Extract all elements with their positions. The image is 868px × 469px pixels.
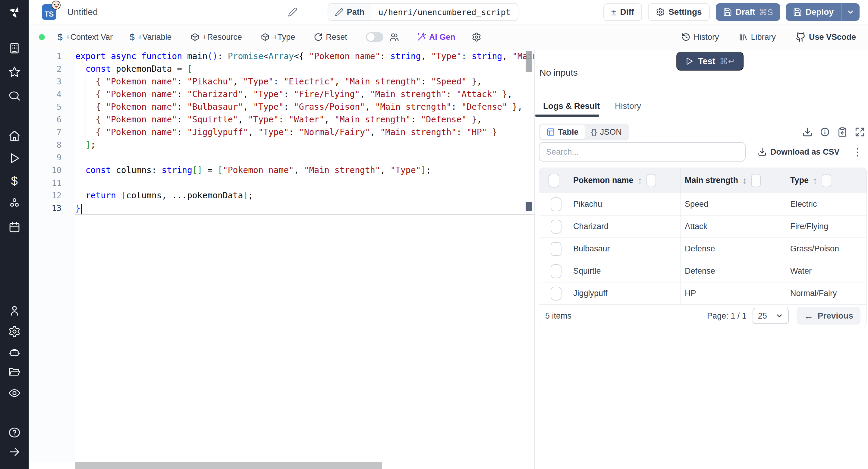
editor-code-area[interactable]: export async function main(): Promise<Ar… xyxy=(75,50,534,462)
library-button[interactable]: Library xyxy=(739,33,776,42)
favorites-star-icon[interactable] xyxy=(7,65,22,79)
code-token: "Type" xyxy=(243,76,273,87)
code-line[interactable]: { "Pokemon name": "Pikachu", "Type": "El… xyxy=(75,75,534,88)
column-filter-box[interactable] xyxy=(647,174,656,187)
plus-minus-icon: ± xyxy=(611,7,617,18)
code-line[interactable]: export async function main(): Promise<Ar… xyxy=(75,50,534,63)
test-button[interactable]: Test ⌘↵ xyxy=(676,52,744,70)
folders-icon[interactable] xyxy=(7,365,22,379)
code-line[interactable]: { "Pokemon name": "Jigglypuff", "Type": … xyxy=(75,126,534,139)
copy-to-clipboard-icon[interactable] xyxy=(837,127,847,137)
draft-button[interactable]: Draft ⌘S xyxy=(716,3,780,21)
github-cat-icon xyxy=(796,32,806,42)
expand-sidebar-arrow-icon[interactable] xyxy=(7,445,22,459)
resources-cubes-icon[interactable] xyxy=(7,197,22,211)
download-csv-button[interactable]: Download as CSV xyxy=(758,147,840,157)
view-table-option[interactable]: Table xyxy=(540,125,585,139)
history-button[interactable]: History xyxy=(681,33,719,42)
code-token: ] xyxy=(243,190,248,200)
indent-guide xyxy=(86,75,86,139)
runs-play-icon[interactable] xyxy=(7,151,22,165)
info-icon[interactable] xyxy=(820,127,830,137)
path-value[interactable]: u/henri/unencumbered_script xyxy=(371,7,518,17)
code-line[interactable]: return [columns, ...pokemonData]; xyxy=(75,189,534,202)
select-all-checkbox[interactable] xyxy=(549,174,559,187)
add-type-button[interactable]: +Type xyxy=(261,33,295,42)
line-number: 7 xyxy=(29,126,75,139)
code-token: "Attack" xyxy=(456,89,497,99)
workspace-icon[interactable] xyxy=(7,41,22,55)
code-line[interactable]: } xyxy=(75,202,534,215)
code-token: , xyxy=(365,102,375,112)
variables-dollar-icon[interactable]: $ xyxy=(7,174,22,188)
help-icon[interactable] xyxy=(7,426,22,439)
edit-title-pencil-icon[interactable] xyxy=(288,7,298,17)
sort-icon[interactable]: ↕ xyxy=(638,176,642,186)
overview-ruler-cursor-marker xyxy=(526,202,532,211)
item-count: 5 items xyxy=(545,311,571,321)
test-shortcut: ⌘↵ xyxy=(719,56,735,66)
tab-logs-result[interactable]: Logs & Result xyxy=(543,101,600,111)
expand-fullscreen-icon[interactable] xyxy=(855,127,865,137)
add-resource-button[interactable]: +Resource xyxy=(190,33,242,42)
home-icon[interactable] xyxy=(7,129,22,143)
sort-icon[interactable]: ↕ xyxy=(813,176,817,186)
view-json-option[interactable]: {} JSON xyxy=(585,125,628,139)
row-checkbox[interactable] xyxy=(551,264,561,278)
code-token: return xyxy=(86,190,116,200)
code-line[interactable]: { "Pokemon name": "Bulbasaur", "Type": "… xyxy=(75,101,534,113)
page-size-select[interactable]: 25 xyxy=(752,308,789,324)
deploy-button[interactable]: Deploy xyxy=(786,3,841,21)
schedules-calendar-icon[interactable] xyxy=(7,220,22,234)
row-checkbox[interactable] xyxy=(551,197,561,211)
code-token xyxy=(116,190,121,200)
editor-settings-gear-icon[interactable] xyxy=(472,32,481,42)
code-token: , xyxy=(477,115,482,124)
script-title[interactable]: Untitled xyxy=(67,7,98,17)
previous-page-button[interactable]: ← Previous xyxy=(797,307,861,324)
code-line[interactable] xyxy=(75,151,534,164)
code-line[interactable]: const columns: string[] = ["Pokemon name… xyxy=(75,164,534,177)
code-token: < xyxy=(264,51,269,61)
path-field[interactable]: Path u/henri/unencumbered_script xyxy=(328,3,518,21)
search-icon[interactable] xyxy=(7,89,22,103)
code-line[interactable]: { "Pokemon name": "Charizard", "Type": "… xyxy=(75,88,534,101)
code-token: Array xyxy=(269,51,294,61)
code-line[interactable]: const pokemonData = [ xyxy=(75,63,534,75)
tab-history[interactable]: History xyxy=(615,101,641,111)
workers-robot-icon[interactable] xyxy=(7,346,22,359)
code-editor[interactable]: 12345678910111213 export async function … xyxy=(29,50,534,469)
settings-gear-icon[interactable] xyxy=(7,324,22,339)
sort-icon[interactable]: ↕ xyxy=(742,176,747,186)
cell-main-strength: Defense xyxy=(680,260,786,282)
audit-eye-icon[interactable] xyxy=(7,386,22,400)
download-result-icon[interactable] xyxy=(802,127,812,137)
add-variable-button[interactable]: $ +Variable xyxy=(130,32,172,42)
multiplayer-toggle[interactable] xyxy=(366,32,383,42)
code-token: "Defense" xyxy=(421,115,467,124)
deploy-options-chevron[interactable] xyxy=(841,3,860,21)
code-token: } xyxy=(502,89,507,99)
add-context-var-button[interactable]: $ +Context Var xyxy=(58,32,113,42)
editor-horizontal-scrollbar[interactable] xyxy=(75,462,382,469)
diff-button[interactable]: ± Diff xyxy=(603,3,642,21)
table-row: Pikachu Speed Electric xyxy=(539,193,867,216)
code-token: pokemonData = xyxy=(111,64,187,74)
column-filter-box[interactable] xyxy=(822,174,831,187)
row-checkbox[interactable] xyxy=(551,220,561,233)
ai-gen-button[interactable]: AI Gen xyxy=(416,32,456,42)
column-filter-box[interactable] xyxy=(751,174,761,187)
code-line[interactable]: ]; xyxy=(75,139,534,151)
editor-vertical-scrollbar[interactable] xyxy=(526,51,532,72)
code-line[interactable]: { "Pokemon name": "Squirtle", "Type": "W… xyxy=(75,113,534,126)
user-icon[interactable] xyxy=(7,304,22,317)
table-options-kebab-icon[interactable]: ⋮ xyxy=(850,146,865,158)
use-vscode-button[interactable]: Use VScode xyxy=(796,32,856,42)
settings-button[interactable]: Settings xyxy=(648,3,710,21)
row-checkbox[interactable] xyxy=(551,287,561,301)
search-input[interactable] xyxy=(539,142,746,162)
reset-button[interactable]: Reset xyxy=(314,33,347,42)
windmill-logo-icon[interactable] xyxy=(7,5,22,19)
row-checkbox[interactable] xyxy=(551,242,561,256)
code-line[interactable] xyxy=(75,177,534,189)
